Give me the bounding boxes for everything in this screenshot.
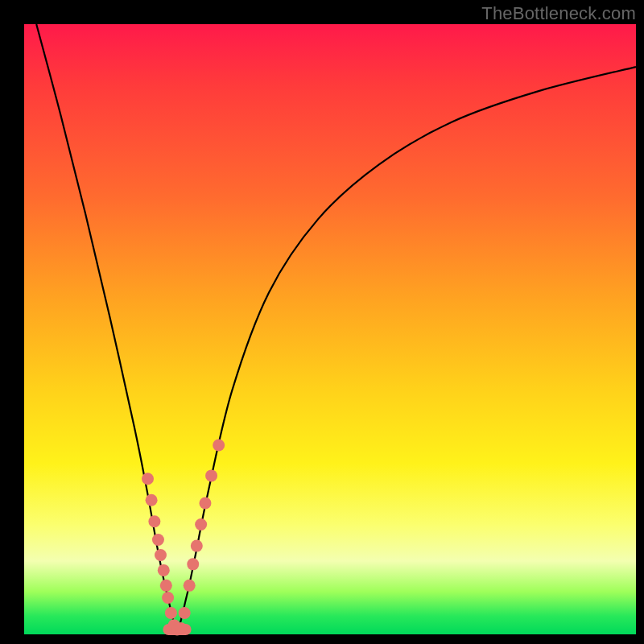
marker-point bbox=[213, 440, 225, 452]
marker-point bbox=[162, 592, 174, 604]
marker-point bbox=[179, 607, 191, 619]
marker-point bbox=[191, 540, 203, 552]
marker-point bbox=[152, 534, 164, 546]
marker-point bbox=[160, 580, 172, 592]
curve-svg bbox=[24, 24, 636, 634]
chart-frame: TheBottleneck.com bbox=[0, 0, 644, 644]
marker-point bbox=[187, 558, 199, 570]
marker-point bbox=[205, 469, 217, 481]
marker-point bbox=[184, 580, 196, 592]
watermark-text: TheBottleneck.com bbox=[481, 3, 636, 24]
marker-point bbox=[146, 494, 158, 506]
plot-area bbox=[24, 24, 636, 634]
marker-point bbox=[142, 473, 154, 485]
marker-point bbox=[148, 515, 160, 527]
marker-point bbox=[199, 497, 211, 510]
bottleneck-curve bbox=[36, 24, 636, 628]
marker-point bbox=[165, 607, 177, 619]
marker-point bbox=[195, 518, 207, 530]
marker-point bbox=[175, 622, 187, 634]
marker-point bbox=[155, 549, 167, 561]
marker-point bbox=[158, 564, 170, 576]
